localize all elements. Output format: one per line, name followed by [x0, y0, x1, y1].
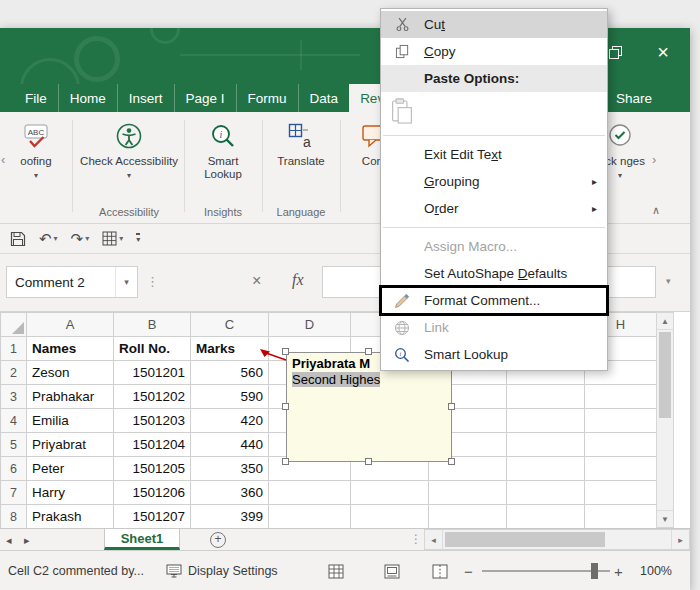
- cell-B1[interactable]: Roll No.: [114, 337, 191, 361]
- insert-function-button[interactable]: fx: [292, 271, 304, 289]
- scroll-right-icon[interactable]: ▸: [671, 530, 689, 549]
- check-accessibility-button[interactable]: Check Accessibility ▾: [78, 120, 180, 206]
- cell-G3[interactable]: [507, 385, 585, 409]
- translate-button[interactable]: a Translate: [268, 120, 334, 206]
- cell-B2[interactable]: 1501201: [114, 361, 191, 385]
- cell-H8[interactable]: [585, 505, 657, 529]
- menu-item-exit-edit-text[interactable]: Exit Edit Text: [381, 141, 607, 168]
- display-settings-button[interactable]: Display Settings: [166, 551, 278, 590]
- cell-A8[interactable]: Prakash: [27, 505, 114, 529]
- horizontal-scroll-thumb[interactable]: [445, 532, 605, 547]
- cell-C4[interactable]: 420: [191, 409, 269, 433]
- cell-H3[interactable]: [585, 385, 657, 409]
- column-header-A[interactable]: A: [27, 313, 114, 337]
- cell-B7[interactable]: 1501206: [114, 481, 191, 505]
- zoom-level[interactable]: 100%: [640, 551, 672, 590]
- menu-item-set-autoshape-defaults[interactable]: Set AutoShape Defaults: [381, 260, 607, 287]
- cell-G4[interactable]: [507, 409, 585, 433]
- cancel-icon[interactable]: ×: [252, 272, 261, 290]
- menu-item-format-comment[interactable]: Format Comment...: [381, 287, 607, 314]
- resize-handle[interactable]: [365, 348, 372, 355]
- smart-lookup-button[interactable]: i Smart Lookup: [190, 120, 256, 206]
- resize-handle[interactable]: [448, 403, 455, 410]
- view-page-break-button[interactable]: [432, 551, 448, 590]
- cell-B4[interactable]: 1501203: [114, 409, 191, 433]
- paste-option-button[interactable]: [381, 92, 607, 130]
- cell-H4[interactable]: [585, 409, 657, 433]
- view-page-layout-button[interactable]: [384, 551, 400, 590]
- add-sheet-button[interactable]: +: [210, 532, 226, 548]
- cell-C2[interactable]: 560: [191, 361, 269, 385]
- redo-button[interactable]: ↷▾: [71, 230, 90, 248]
- cell-A5[interactable]: Priyabrat: [27, 433, 114, 457]
- vertical-scroll-thumb[interactable]: [659, 332, 671, 418]
- sheet-nav-right-icon[interactable]: ▸: [24, 529, 30, 551]
- cell-G6[interactable]: [507, 457, 585, 481]
- row-header-3[interactable]: 3: [1, 385, 27, 409]
- resize-handle[interactable]: [282, 458, 289, 465]
- cell-F8[interactable]: [429, 505, 507, 529]
- cell-D8[interactable]: [269, 505, 351, 529]
- cell-A1[interactable]: Names: [27, 337, 114, 361]
- row-header-6[interactable]: 6: [1, 457, 27, 481]
- ribbon-tab-formu[interactable]: Formu: [236, 84, 298, 112]
- ribbon-tab-insert[interactable]: Insert: [117, 84, 174, 112]
- cell-C8[interactable]: 399: [191, 505, 269, 529]
- row-header-5[interactable]: 5: [1, 433, 27, 457]
- row-header-2[interactable]: 2: [1, 361, 27, 385]
- undo-button[interactable]: ↶▾: [39, 230, 58, 248]
- name-box-dropdown-icon[interactable]: ▾: [115, 267, 137, 297]
- cell-B5[interactable]: 1501204: [114, 433, 191, 457]
- formula-expand-icon[interactable]: ▾: [666, 276, 671, 286]
- column-header-D[interactable]: D: [269, 313, 351, 337]
- cell-H7[interactable]: [585, 481, 657, 505]
- cell-A2[interactable]: Zeson: [27, 361, 114, 385]
- sheet-tab-sheet1[interactable]: Sheet1: [104, 529, 180, 550]
- zoom-slider-thumb[interactable]: [591, 563, 598, 579]
- zoom-out-button[interactable]: −: [464, 551, 473, 590]
- cell-A6[interactable]: Peter: [27, 457, 114, 481]
- menu-item-order[interactable]: Order▸: [381, 195, 607, 222]
- zoom-in-button[interactable]: +: [614, 551, 623, 590]
- ribbon-tab-page-i[interactable]: Page I: [174, 84, 236, 112]
- menu-item-smart-lookup[interactable]: iSmart Lookup: [381, 341, 607, 368]
- ribbon-tab-file[interactable]: File: [14, 84, 58, 112]
- row-header-8[interactable]: 8: [1, 505, 27, 529]
- horizontal-scrollbar[interactable]: ◂ ▸: [424, 529, 690, 550]
- scroll-up-icon[interactable]: ▲: [657, 313, 673, 330]
- sheet-nav-left-icon[interactable]: ◂: [6, 529, 12, 551]
- table-tool-button[interactable]: ▾: [102, 231, 123, 246]
- column-header-C[interactable]: C: [191, 313, 269, 337]
- cell-A7[interactable]: Harry: [27, 481, 114, 505]
- cell-H6[interactable]: [585, 457, 657, 481]
- cell-B3[interactable]: 1501202: [114, 385, 191, 409]
- resize-handle[interactable]: [282, 403, 289, 410]
- cell-F7[interactable]: [429, 481, 507, 505]
- cell-B8[interactable]: 1501207: [114, 505, 191, 529]
- cell-G8[interactable]: [507, 505, 585, 529]
- menu-item-grouping[interactable]: Grouping▸: [381, 168, 607, 195]
- resize-handle[interactable]: [365, 458, 372, 465]
- cell-G5[interactable]: [507, 433, 585, 457]
- cell-C5[interactable]: 440: [191, 433, 269, 457]
- row-header-1[interactable]: 1: [1, 337, 27, 361]
- cell-C3[interactable]: 590: [191, 385, 269, 409]
- save-button[interactable]: [10, 231, 26, 247]
- cell-B6[interactable]: 1501205: [114, 457, 191, 481]
- cell-A3[interactable]: Prabhakar: [27, 385, 114, 409]
- select-all-button[interactable]: [1, 313, 27, 337]
- cell-C6[interactable]: 350: [191, 457, 269, 481]
- name-box[interactable]: Comment 2 ▾: [6, 266, 138, 298]
- cell-C7[interactable]: 360: [191, 481, 269, 505]
- cell-E8[interactable]: [351, 505, 429, 529]
- formula-bar-resizer[interactable]: ⋮: [146, 274, 159, 289]
- cell-D7[interactable]: [269, 481, 351, 505]
- scroll-left-icon[interactable]: ◂: [425, 530, 443, 549]
- cell-H5[interactable]: [585, 433, 657, 457]
- menu-item-copy[interactable]: Copy: [381, 38, 607, 65]
- view-normal-button[interactable]: [328, 551, 344, 590]
- ribbon-scroll-left-icon[interactable]: ‹: [1, 152, 5, 167]
- ribbon-tab-data[interactable]: Data: [298, 84, 350, 112]
- menu-item-paste-options[interactable]: Paste Options:: [381, 65, 607, 92]
- row-header-4[interactable]: 4: [1, 409, 27, 433]
